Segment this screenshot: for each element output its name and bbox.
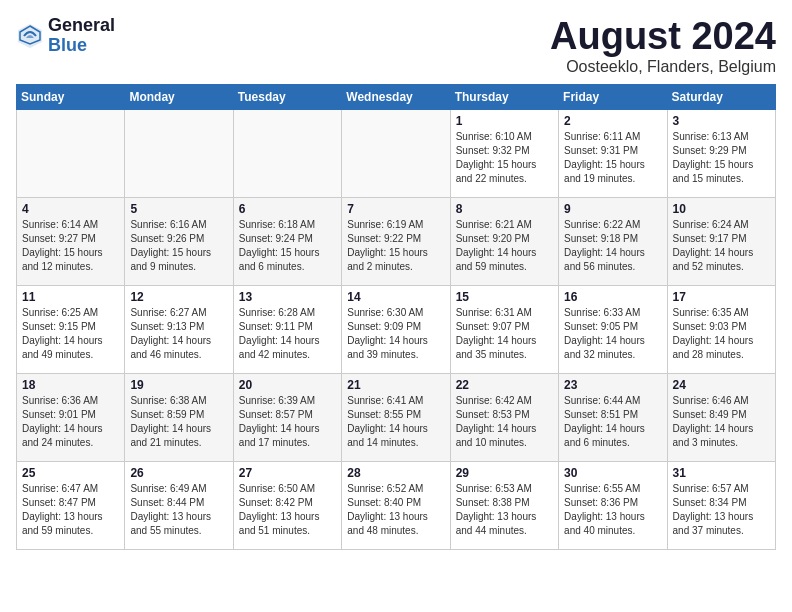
weekday-header-sunday: Sunday — [17, 84, 125, 109]
day-info: Sunrise: 6:24 AM Sunset: 9:17 PM Dayligh… — [673, 218, 770, 274]
day-info: Sunrise: 6:49 AM Sunset: 8:44 PM Dayligh… — [130, 482, 227, 538]
weekday-header-thursday: Thursday — [450, 84, 558, 109]
day-info: Sunrise: 6:22 AM Sunset: 9:18 PM Dayligh… — [564, 218, 661, 274]
calendar-cell: 7Sunrise: 6:19 AM Sunset: 9:22 PM Daylig… — [342, 197, 450, 285]
day-info: Sunrise: 6:21 AM Sunset: 9:20 PM Dayligh… — [456, 218, 553, 274]
day-info: Sunrise: 6:41 AM Sunset: 8:55 PM Dayligh… — [347, 394, 444, 450]
day-info: Sunrise: 6:25 AM Sunset: 9:15 PM Dayligh… — [22, 306, 119, 362]
day-number: 11 — [22, 290, 119, 304]
day-info: Sunrise: 6:33 AM Sunset: 9:05 PM Dayligh… — [564, 306, 661, 362]
calendar-cell: 6Sunrise: 6:18 AM Sunset: 9:24 PM Daylig… — [233, 197, 341, 285]
day-number: 8 — [456, 202, 553, 216]
calendar-header: SundayMondayTuesdayWednesdayThursdayFrid… — [17, 84, 776, 109]
calendar-cell: 21Sunrise: 6:41 AM Sunset: 8:55 PM Dayli… — [342, 373, 450, 461]
day-number: 28 — [347, 466, 444, 480]
day-number: 20 — [239, 378, 336, 392]
logo-general-text: General — [48, 16, 115, 36]
day-number: 15 — [456, 290, 553, 304]
calendar-cell — [342, 109, 450, 197]
calendar-cell: 18Sunrise: 6:36 AM Sunset: 9:01 PM Dayli… — [17, 373, 125, 461]
day-number: 1 — [456, 114, 553, 128]
day-info: Sunrise: 6:44 AM Sunset: 8:51 PM Dayligh… — [564, 394, 661, 450]
calendar-cell: 3Sunrise: 6:13 AM Sunset: 9:29 PM Daylig… — [667, 109, 775, 197]
day-info: Sunrise: 6:55 AM Sunset: 8:36 PM Dayligh… — [564, 482, 661, 538]
day-number: 22 — [456, 378, 553, 392]
calendar-cell: 2Sunrise: 6:11 AM Sunset: 9:31 PM Daylig… — [559, 109, 667, 197]
day-number: 10 — [673, 202, 770, 216]
day-number: 21 — [347, 378, 444, 392]
day-number: 16 — [564, 290, 661, 304]
day-info: Sunrise: 6:50 AM Sunset: 8:42 PM Dayligh… — [239, 482, 336, 538]
day-info: Sunrise: 6:47 AM Sunset: 8:47 PM Dayligh… — [22, 482, 119, 538]
day-number: 3 — [673, 114, 770, 128]
calendar-cell: 5Sunrise: 6:16 AM Sunset: 9:26 PM Daylig… — [125, 197, 233, 285]
weekday-header-friday: Friday — [559, 84, 667, 109]
month-title: August 2024 — [550, 16, 776, 58]
calendar-cell: 15Sunrise: 6:31 AM Sunset: 9:07 PM Dayli… — [450, 285, 558, 373]
day-number: 31 — [673, 466, 770, 480]
calendar-week-4: 18Sunrise: 6:36 AM Sunset: 9:01 PM Dayli… — [17, 373, 776, 461]
calendar-cell: 30Sunrise: 6:55 AM Sunset: 8:36 PM Dayli… — [559, 461, 667, 549]
calendar-cell: 4Sunrise: 6:14 AM Sunset: 9:27 PM Daylig… — [17, 197, 125, 285]
day-info: Sunrise: 6:30 AM Sunset: 9:09 PM Dayligh… — [347, 306, 444, 362]
logo-blue-text: Blue — [48, 36, 115, 56]
calendar-cell: 25Sunrise: 6:47 AM Sunset: 8:47 PM Dayli… — [17, 461, 125, 549]
calendar-cell: 24Sunrise: 6:46 AM Sunset: 8:49 PM Dayli… — [667, 373, 775, 461]
calendar-cell — [125, 109, 233, 197]
day-number: 26 — [130, 466, 227, 480]
day-info: Sunrise: 6:19 AM Sunset: 9:22 PM Dayligh… — [347, 218, 444, 274]
page-header: General Blue August 2024 Oosteeklo, Flan… — [16, 16, 776, 76]
day-info: Sunrise: 6:28 AM Sunset: 9:11 PM Dayligh… — [239, 306, 336, 362]
calendar-cell: 20Sunrise: 6:39 AM Sunset: 8:57 PM Dayli… — [233, 373, 341, 461]
calendar-cell: 27Sunrise: 6:50 AM Sunset: 8:42 PM Dayli… — [233, 461, 341, 549]
calendar-cell: 13Sunrise: 6:28 AM Sunset: 9:11 PM Dayli… — [233, 285, 341, 373]
weekday-header-row: SundayMondayTuesdayWednesdayThursdayFrid… — [17, 84, 776, 109]
day-number: 30 — [564, 466, 661, 480]
calendar-cell: 29Sunrise: 6:53 AM Sunset: 8:38 PM Dayli… — [450, 461, 558, 549]
day-number: 23 — [564, 378, 661, 392]
day-info: Sunrise: 6:11 AM Sunset: 9:31 PM Dayligh… — [564, 130, 661, 186]
calendar-cell: 10Sunrise: 6:24 AM Sunset: 9:17 PM Dayli… — [667, 197, 775, 285]
logo: General Blue — [16, 16, 115, 56]
calendar-cell: 12Sunrise: 6:27 AM Sunset: 9:13 PM Dayli… — [125, 285, 233, 373]
day-info: Sunrise: 6:14 AM Sunset: 9:27 PM Dayligh… — [22, 218, 119, 274]
calendar-body: 1Sunrise: 6:10 AM Sunset: 9:32 PM Daylig… — [17, 109, 776, 549]
day-number: 9 — [564, 202, 661, 216]
calendar-cell — [17, 109, 125, 197]
day-info: Sunrise: 6:18 AM Sunset: 9:24 PM Dayligh… — [239, 218, 336, 274]
calendar-week-5: 25Sunrise: 6:47 AM Sunset: 8:47 PM Dayli… — [17, 461, 776, 549]
day-number: 12 — [130, 290, 227, 304]
calendar-cell: 16Sunrise: 6:33 AM Sunset: 9:05 PM Dayli… — [559, 285, 667, 373]
calendar-week-2: 4Sunrise: 6:14 AM Sunset: 9:27 PM Daylig… — [17, 197, 776, 285]
calendar-cell: 11Sunrise: 6:25 AM Sunset: 9:15 PM Dayli… — [17, 285, 125, 373]
calendar-table: SundayMondayTuesdayWednesdayThursdayFrid… — [16, 84, 776, 550]
calendar-cell — [233, 109, 341, 197]
day-info: Sunrise: 6:27 AM Sunset: 9:13 PM Dayligh… — [130, 306, 227, 362]
day-number: 27 — [239, 466, 336, 480]
day-info: Sunrise: 6:10 AM Sunset: 9:32 PM Dayligh… — [456, 130, 553, 186]
day-info: Sunrise: 6:31 AM Sunset: 9:07 PM Dayligh… — [456, 306, 553, 362]
title-block: August 2024 Oosteeklo, Flanders, Belgium — [550, 16, 776, 76]
weekday-header-monday: Monday — [125, 84, 233, 109]
weekday-header-wednesday: Wednesday — [342, 84, 450, 109]
weekday-header-saturday: Saturday — [667, 84, 775, 109]
location-subtitle: Oosteeklo, Flanders, Belgium — [550, 58, 776, 76]
weekday-header-tuesday: Tuesday — [233, 84, 341, 109]
calendar-cell: 26Sunrise: 6:49 AM Sunset: 8:44 PM Dayli… — [125, 461, 233, 549]
logo-icon — [16, 22, 44, 50]
calendar-cell: 31Sunrise: 6:57 AM Sunset: 8:34 PM Dayli… — [667, 461, 775, 549]
day-number: 6 — [239, 202, 336, 216]
calendar-cell: 28Sunrise: 6:52 AM Sunset: 8:40 PM Dayli… — [342, 461, 450, 549]
calendar-cell: 19Sunrise: 6:38 AM Sunset: 8:59 PM Dayli… — [125, 373, 233, 461]
day-info: Sunrise: 6:38 AM Sunset: 8:59 PM Dayligh… — [130, 394, 227, 450]
day-info: Sunrise: 6:16 AM Sunset: 9:26 PM Dayligh… — [130, 218, 227, 274]
calendar-cell: 1Sunrise: 6:10 AM Sunset: 9:32 PM Daylig… — [450, 109, 558, 197]
day-number: 13 — [239, 290, 336, 304]
day-info: Sunrise: 6:39 AM Sunset: 8:57 PM Dayligh… — [239, 394, 336, 450]
day-number: 24 — [673, 378, 770, 392]
calendar-cell: 17Sunrise: 6:35 AM Sunset: 9:03 PM Dayli… — [667, 285, 775, 373]
day-info: Sunrise: 6:42 AM Sunset: 8:53 PM Dayligh… — [456, 394, 553, 450]
day-info: Sunrise: 6:46 AM Sunset: 8:49 PM Dayligh… — [673, 394, 770, 450]
day-info: Sunrise: 6:13 AM Sunset: 9:29 PM Dayligh… — [673, 130, 770, 186]
day-number: 29 — [456, 466, 553, 480]
